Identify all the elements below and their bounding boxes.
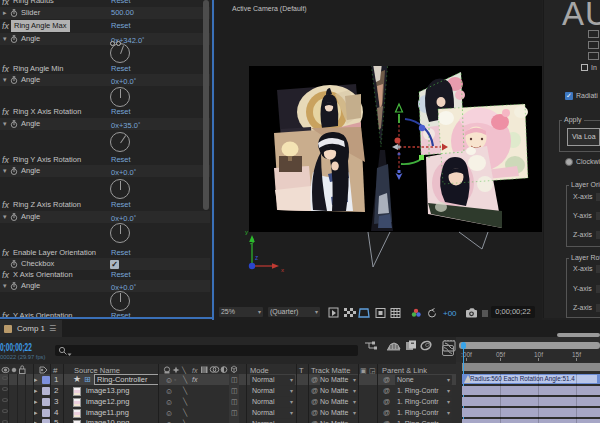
svg-text:▣: ▣ [360,367,367,374]
svg-text:◲: ◲ [369,367,376,374]
svg-text:z: z [255,254,258,261]
svg-text:x: x [281,267,284,273]
svg-text:+00: +00 [443,309,457,318]
svg-text:y: y [245,229,248,235]
svg-text:fx: fx [192,367,198,374]
